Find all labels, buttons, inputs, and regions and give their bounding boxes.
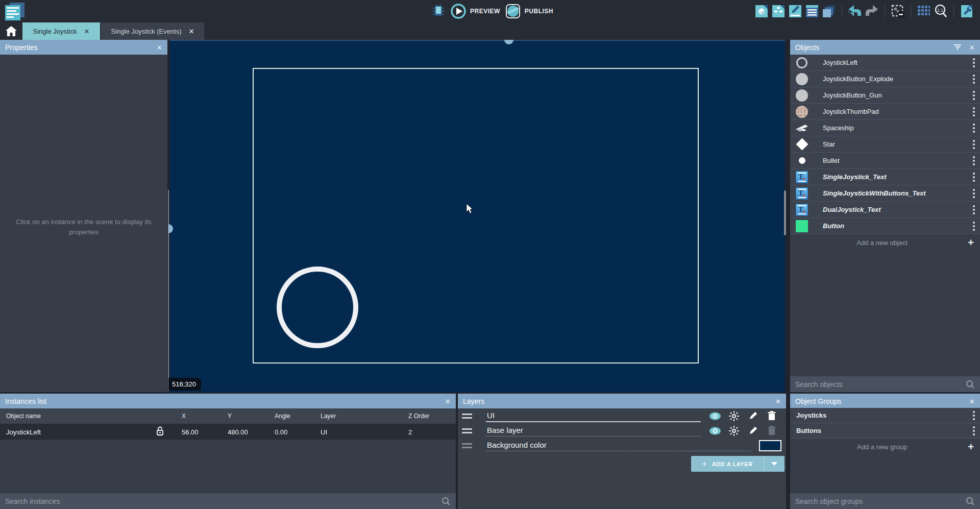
visibility-eye-icon[interactable] bbox=[709, 410, 721, 422]
edit-pencil-icon[interactable] bbox=[747, 425, 759, 437]
drag-handle-icon[interactable] bbox=[462, 428, 472, 433]
layer-row-base[interactable]: Base layer bbox=[458, 423, 786, 438]
selection-mask-icon[interactable] bbox=[891, 4, 905, 19]
instance-angle: 0.00 bbox=[275, 428, 287, 435]
scene-tools-icon[interactable] bbox=[960, 4, 974, 19]
layer-name-field[interactable]: UI bbox=[486, 410, 701, 422]
object-label: JoystickLeft bbox=[823, 59, 968, 66]
object-menu-dots-icon[interactable] bbox=[973, 111, 975, 113]
layers-close-icon[interactable] bbox=[775, 397, 781, 406]
object-menu-dots-icon[interactable] bbox=[973, 209, 975, 211]
group-menu-dots-icon[interactable] bbox=[973, 415, 975, 417]
background-color-swatch[interactable] bbox=[759, 440, 781, 451]
joystick-instance[interactable] bbox=[277, 266, 358, 348]
object-row-joystickbutton-explode[interactable]: JoystickButton_Explode bbox=[790, 71, 980, 87]
open-instances-list-icon[interactable] bbox=[805, 4, 819, 19]
filter-icon[interactable] bbox=[954, 44, 961, 51]
properties-close-icon[interactable] bbox=[157, 43, 162, 52]
col-object-name[interactable]: Object name bbox=[6, 413, 41, 420]
object-menu-dots-icon[interactable] bbox=[973, 160, 975, 162]
object-row-singlejoystickwithbuttons-text[interactable]: Tx SingleJoystickWithButtons_Text bbox=[790, 185, 980, 202]
object-menu-dots-icon[interactable] bbox=[973, 62, 975, 64]
object-label: Star bbox=[823, 140, 968, 148]
col-y[interactable]: Y bbox=[228, 413, 232, 420]
col-z-order[interactable]: Z Order bbox=[408, 413, 429, 420]
col-x[interactable]: X bbox=[182, 413, 186, 420]
play-icon bbox=[451, 4, 466, 19]
object-row-star[interactable]: Star bbox=[790, 136, 980, 153]
layer-row-background-color[interactable]: Background color bbox=[458, 438, 786, 453]
undo-icon[interactable] bbox=[848, 4, 862, 19]
add-layer-button[interactable]: ADD A LAYER bbox=[691, 456, 785, 472]
object-menu-dots-icon[interactable] bbox=[973, 176, 975, 178]
objects-panel-scrollbar[interactable] bbox=[784, 190, 786, 235]
add-layer-label: ADD A LAYER bbox=[712, 461, 753, 467]
properties-scrollbar[interactable] bbox=[168, 190, 169, 391]
object-menu-dots-icon[interactable] bbox=[973, 192, 975, 195]
debugger-icon[interactable] bbox=[431, 4, 446, 19]
preview-button[interactable]: PREVIEW bbox=[451, 4, 500, 19]
object-row-singlejoystick-text[interactable]: Tx SingleJoystick_Text bbox=[790, 169, 980, 185]
instances-search-input[interactable] bbox=[5, 497, 442, 505]
instance-row-joystickleft[interactable]: JoystickLeft 56.00 480.00 0.00 UI 2 bbox=[0, 424, 456, 440]
add-layer-dropdown[interactable] bbox=[764, 456, 785, 472]
delete-trash-icon[interactable] bbox=[766, 410, 778, 422]
instances-close-icon[interactable] bbox=[445, 397, 451, 406]
layer-effects-icon[interactable] bbox=[728, 425, 740, 437]
tab-close-icon[interactable] bbox=[189, 28, 194, 35]
object-label: Spaceship bbox=[823, 124, 968, 132]
dot-icon bbox=[799, 157, 805, 164]
col-layer[interactable]: Layer bbox=[321, 413, 336, 420]
object-row-dualjoystick-text[interactable]: Tx DualJoystick_Text bbox=[790, 202, 980, 218]
layer-row-ui[interactable]: UI bbox=[458, 408, 786, 423]
app-logo-icon[interactable] bbox=[5, 3, 26, 20]
toolbar-separator bbox=[842, 5, 842, 18]
search-icon bbox=[966, 497, 975, 506]
object-menu-dots-icon[interactable] bbox=[973, 143, 975, 146]
object-menu-dots-icon[interactable] bbox=[973, 94, 975, 96]
edit-pencil-icon[interactable] bbox=[747, 410, 759, 422]
tab-close-icon[interactable] bbox=[84, 28, 90, 35]
open-objects-panel-icon[interactable] bbox=[754, 4, 769, 19]
object-groups-close-icon[interactable] bbox=[969, 397, 975, 406]
scene-canvas[interactable] bbox=[170, 40, 785, 392]
object-menu-dots-icon[interactable] bbox=[973, 225, 975, 227]
object-row-joystickthumbpad[interactable]: JoystickThumbPad bbox=[790, 104, 980, 120]
object-menu-dots-icon[interactable] bbox=[973, 127, 975, 129]
object-row-joystickbutton-gun[interactable]: JoystickButton_Gun bbox=[790, 87, 980, 104]
col-angle[interactable]: Angle bbox=[275, 413, 290, 420]
instance-z-order: 2 bbox=[408, 428, 412, 435]
open-object-groups-panel-icon[interactable] bbox=[771, 4, 786, 19]
object-row-bullet[interactable]: Bullet bbox=[790, 153, 980, 169]
open-properties-panel-icon[interactable] bbox=[788, 4, 802, 19]
group-row-joysticks[interactable]: Joysticks bbox=[790, 408, 980, 423]
home-tab-button[interactable] bbox=[0, 22, 22, 40]
layer-name-field[interactable]: Base layer bbox=[486, 425, 701, 437]
unlock-icon[interactable] bbox=[156, 426, 164, 438]
add-object-button[interactable]: Add a new object bbox=[790, 234, 980, 251]
publish-button[interactable]: PUBLISH bbox=[505, 4, 553, 19]
grid-icon[interactable] bbox=[917, 4, 931, 19]
objects-panel: Objects JoystickLeft JoystickButton_Expl… bbox=[790, 40, 980, 392]
object-menu-dots-icon[interactable] bbox=[973, 78, 975, 80]
visibility-eye-icon[interactable] bbox=[709, 425, 721, 437]
tab-single-joystick-events[interactable]: Single Joystick (Events) bbox=[101, 22, 204, 40]
add-group-button[interactable]: Add a new group bbox=[790, 439, 980, 455]
object-row-joystickleft[interactable]: JoystickLeft bbox=[790, 55, 980, 71]
objects-search-input[interactable] bbox=[795, 380, 966, 389]
zoom-1-1-icon[interactable]: 1:1 bbox=[934, 4, 948, 19]
cursor-coordinates-badge: 516;320 bbox=[168, 378, 201, 391]
tab-single-joystick[interactable]: Single Joystick bbox=[22, 22, 100, 40]
object-groups-search-input[interactable] bbox=[795, 497, 966, 505]
objects-close-icon[interactable] bbox=[969, 43, 975, 52]
layer-effects-icon[interactable] bbox=[728, 410, 740, 422]
group-row-buttons[interactable]: Buttons bbox=[790, 423, 980, 439]
open-layers-panel-icon[interactable] bbox=[822, 4, 836, 19]
instance-y: 480.00 bbox=[228, 428, 248, 435]
object-row-spaceship[interactable]: Spaceship bbox=[790, 120, 980, 136]
redo-icon[interactable] bbox=[865, 4, 879, 19]
group-menu-dots-icon[interactable] bbox=[973, 430, 975, 432]
drag-handle-icon[interactable] bbox=[462, 414, 472, 419]
add-object-label: Add a new object bbox=[796, 239, 968, 247]
object-row-button[interactable]: Button bbox=[790, 218, 980, 234]
